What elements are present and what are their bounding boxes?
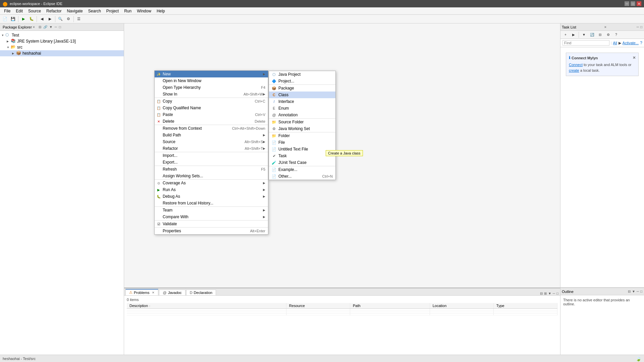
bottom-minimize-btn[interactable]: ─ bbox=[552, 292, 555, 295]
sub-junit-test-case[interactable]: 🧪 JUnit Test Case bbox=[269, 159, 335, 166]
link-with-editor-btn[interactable]: 🔗 bbox=[43, 25, 48, 29]
tree-arrow-jre[interactable]: ▶ bbox=[7, 40, 11, 43]
ctx-team[interactable]: Team ▶ bbox=[155, 206, 268, 214]
ctx-source[interactable]: Source Alt+Shift+S ▶ bbox=[155, 138, 268, 145]
sub-interface[interactable]: I Interface bbox=[269, 98, 335, 105]
ctx-build-path[interactable]: Build Path ▶ bbox=[155, 132, 268, 138]
task-search-input[interactable] bbox=[562, 40, 609, 46]
task-settings-btn[interactable]: ⚙ bbox=[604, 31, 612, 39]
close-button[interactable]: ✕ bbox=[637, 1, 641, 6]
title-bar-controls[interactable]: ─ □ ✕ bbox=[625, 1, 641, 6]
task-filter-btn[interactable]: ▼ bbox=[580, 31, 588, 39]
minimize-view-btn[interactable]: ─ bbox=[54, 25, 58, 29]
sub-source-folder[interactable]: 📁 Source Folder bbox=[269, 118, 335, 125]
outline-minimize-btn[interactable]: ─ bbox=[636, 290, 639, 293]
toolbar-save-btn[interactable]: 💾 bbox=[9, 15, 17, 23]
view-menu-btn[interactable]: ▼ bbox=[49, 25, 53, 29]
toolbar-new-btn[interactable]: 📄 bbox=[1, 15, 9, 23]
ctx-delete[interactable]: ✕ Delete Delete bbox=[155, 118, 268, 125]
ctx-copy-qualified[interactable]: 📋 Copy Qualified Name bbox=[155, 105, 268, 111]
sub-untitled-text-file[interactable]: 📄 Untitled Text File bbox=[269, 146, 335, 153]
task-collapse-btn[interactable]: ⊟ bbox=[596, 31, 604, 39]
toolbar-back-btn[interactable]: ◀ bbox=[38, 15, 46, 23]
task-all-link[interactable]: All bbox=[613, 41, 617, 45]
menu-refactor[interactable]: Refactor bbox=[44, 7, 64, 14]
tree-arrow-package[interactable]: ▶ bbox=[12, 52, 16, 55]
mylyn-connect-link[interactable]: Connect bbox=[569, 63, 583, 67]
maximize-view-btn[interactable]: □ bbox=[58, 25, 62, 29]
bottom-menu-btn[interactable]: ▼ bbox=[548, 292, 552, 295]
toolbar-gear-icon[interactable]: ⚙ bbox=[65, 15, 72, 23]
sub-java-working-set[interactable]: ⚙ Java Working Set bbox=[269, 125, 335, 132]
menu-search[interactable]: Search bbox=[86, 7, 104, 14]
ctx-coverage-as[interactable]: ⊙ Coverage As ▶ bbox=[155, 179, 268, 186]
ctx-debug-as[interactable]: 🐛 Debug As ▶ bbox=[155, 193, 268, 200]
ctx-properties[interactable]: Properties Alt+Enter bbox=[155, 227, 268, 234]
task-list-tab-close[interactable]: ✕ bbox=[604, 25, 607, 29]
ctx-compare-with[interactable]: Compare With ▶ bbox=[155, 214, 268, 220]
toolbar-debug-btn[interactable]: 🐛 bbox=[28, 15, 35, 23]
toolbar-search-btn[interactable]: 🔍 bbox=[57, 15, 64, 23]
ctx-open-new-window[interactable]: Open in New Window bbox=[155, 77, 268, 84]
outline-maximize-btn[interactable]: □ bbox=[640, 290, 643, 293]
task-list-minimize[interactable]: ─ bbox=[636, 25, 639, 29]
menu-source[interactable]: Source bbox=[25, 7, 44, 14]
ctx-import[interactable]: Import... bbox=[155, 152, 268, 159]
collapse-all-btn[interactable]: ⊟ bbox=[38, 25, 42, 29]
sub-task[interactable]: ✔ Task bbox=[269, 153, 335, 159]
menu-navigate[interactable]: Navigate bbox=[64, 7, 85, 14]
tree-item-test[interactable]: ▼ ⬡ Test bbox=[0, 32, 124, 38]
minimize-button[interactable]: ─ bbox=[625, 1, 629, 6]
sub-annotation[interactable]: @ Annotation bbox=[269, 112, 335, 118]
sub-example[interactable]: 📄 Example... bbox=[269, 166, 335, 173]
tab-declaration[interactable]: D Declaration bbox=[186, 290, 216, 295]
bottom-collapse-btn[interactable]: ⊞ bbox=[544, 292, 547, 295]
menu-help[interactable]: Help bbox=[154, 7, 168, 14]
tree-item-jre[interactable]: ▶ 📚 JRE System Library [JavaSE-13] bbox=[0, 38, 124, 44]
ctx-copy[interactable]: 📋 Copy Ctrl+C bbox=[155, 98, 268, 105]
col-type[interactable]: Type bbox=[493, 303, 557, 309]
ctx-refresh[interactable]: Refresh F5 bbox=[155, 166, 268, 173]
ctx-restore-local-history[interactable]: Restore from Local History... bbox=[155, 200, 268, 206]
ctx-validate[interactable]: ☑ Validate bbox=[155, 220, 268, 227]
sub-package[interactable]: 📦 Package bbox=[269, 84, 335, 92]
sub-enum[interactable]: E Enum bbox=[269, 105, 335, 112]
ctx-refactor[interactable]: Refactor Alt+Shift+T ▶ bbox=[155, 145, 268, 152]
toolbar-perspective-btn[interactable]: ☰ bbox=[75, 15, 83, 23]
ctx-show-in[interactable]: Show In Alt+Shift+W ▶ bbox=[155, 91, 268, 98]
task-sync-btn[interactable]: 🔄 bbox=[588, 31, 596, 39]
ctx-remove-context[interactable]: Remove from Context Ctrl+Alt+Shift+Down bbox=[155, 125, 268, 132]
col-resource[interactable]: Resource bbox=[286, 303, 350, 309]
task-new-btn[interactable]: + bbox=[562, 31, 569, 39]
menu-project[interactable]: Project bbox=[104, 7, 121, 14]
col-path[interactable]: Path bbox=[350, 303, 430, 309]
menu-run[interactable]: Run bbox=[121, 7, 134, 14]
maximize-button[interactable]: □ bbox=[631, 1, 635, 6]
outline-menu-btn[interactable]: ▼ bbox=[632, 290, 636, 293]
task-activate-link[interactable]: Activate... bbox=[623, 41, 639, 45]
tab-problems[interactable]: ⚠ Problems ✕ bbox=[125, 289, 158, 295]
task-list-maximize[interactable]: □ bbox=[640, 25, 643, 29]
bottom-maximize-btn[interactable]: □ bbox=[556, 292, 559, 295]
ctx-open-type-hierarchy[interactable]: Open Type Hierarchy F4 bbox=[155, 84, 268, 91]
ctx-paste[interactable]: 📋 Paste Ctrl+V bbox=[155, 111, 268, 118]
ctx-item-new[interactable]: ✨ New ▶ bbox=[155, 71, 268, 77]
sub-other[interactable]: 📄 Other... Ctrl+N bbox=[269, 173, 335, 180]
menu-edit[interactable]: Edit bbox=[13, 7, 25, 14]
mylyn-create-link[interactable]: create bbox=[569, 68, 579, 72]
sub-file[interactable]: 📄 File bbox=[269, 139, 335, 146]
col-description[interactable]: Description ↑ bbox=[127, 303, 286, 309]
sub-class[interactable]: C Class bbox=[269, 92, 335, 98]
outline-collapse-btn[interactable]: ⊟ bbox=[628, 290, 631, 293]
bottom-filter-btn[interactable]: ⊟ bbox=[540, 292, 543, 295]
sub-java-project[interactable]: ⬡ Java Project bbox=[269, 71, 335, 78]
col-location[interactable]: Location bbox=[430, 303, 493, 309]
tree-item-src[interactable]: ▼ 📂 src bbox=[0, 44, 124, 50]
sub-folder[interactable]: 📁 Folder bbox=[269, 132, 335, 139]
tree-item-package[interactable]: ▶ 📦 heshaohai bbox=[0, 50, 124, 56]
toolbar-run-btn[interactable]: ▶ bbox=[20, 15, 27, 23]
ctx-export[interactable]: Export... bbox=[155, 159, 268, 166]
task-activate-btn[interactable]: ▶ bbox=[570, 31, 577, 39]
menu-file[interactable]: File bbox=[1, 7, 13, 14]
ctx-run-as[interactable]: ▶ Run As ▶ bbox=[155, 186, 268, 193]
